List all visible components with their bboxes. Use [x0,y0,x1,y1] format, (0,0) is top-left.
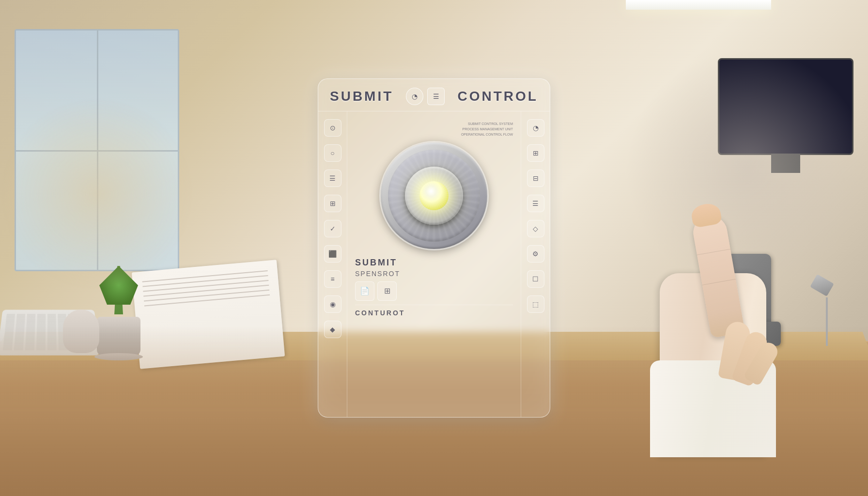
grid-bottom-icon[interactable]: ⊞ [377,281,397,301]
menu-header-icon[interactable]: ☰ [427,88,445,105]
sidebar-icon-filter[interactable]: ⊟ [527,170,544,187]
sidebar-icon-image[interactable]: ⬛ [324,245,341,263]
sidebar-icon-circle[interactable]: ○ [324,144,341,162]
sidebar-icon-document[interactable]: ☰ [324,170,341,187]
fingertip [690,202,722,228]
sidebar-icon-helm[interactable]: ⚙ [527,245,544,263]
dial-center-button[interactable] [419,181,449,210]
doc-bottom-icon[interactable]: 📄 [355,281,374,301]
sidebar-icon-dial[interactable]: ◉ [324,295,341,313]
panel-header: SUBMIT ◔ ☰ CONTROL [318,79,550,111]
dial-outer-ring[interactable] [381,142,487,249]
sidebar-icon-grid[interactable]: ⊞ [527,144,544,162]
desk-lamp [820,278,834,346]
dial-middle-ring[interactable] [388,150,480,242]
hand-finger-pressing [587,157,790,457]
control-bottom-label: CONTUROT [355,305,513,317]
small-icons-row: 📄 ⊞ [355,281,513,301]
panel-body: ⊙ ○ ☰ ⊞ ✓ ⬛ ≡ ◉ ◆ SUBMIT CONTROL SYSTEM … [318,111,550,417]
gauge-header-icon[interactable]: ◔ [406,88,423,105]
sidebar-icon-list[interactable]: ≡ [324,270,341,288]
main-dial-container[interactable] [381,142,487,249]
sponsor-label: SPENSROT [355,270,513,278]
right-sidebar: ◔ ⊞ ⊟ ☰ ◇ ⚙ ☐ ⬚ [521,111,550,417]
header-title-submit: SUBMIT [330,89,393,104]
dial-inner-ring[interactable] [405,167,463,225]
header-icons-right: ◔ ☰ [406,88,445,105]
sidebar-icon-target[interactable]: ⊙ [324,119,341,137]
sidebar-icon-clock[interactable]: ◔ [527,119,544,137]
sidebar-icon-check[interactable]: ✓ [324,220,341,237]
sidebar-icon-doc-r[interactable]: ☐ [527,270,544,288]
info-text-line3: OPERATIONAL CONTROL FLOW [461,133,513,136]
bottom-info: SUBMIT SPENSROT 📄 ⊞ CONTUROT [355,254,513,321]
sidebar-icon-layers[interactable]: ⊞ [324,195,341,212]
sidebar-icon-list-r[interactable]: ☰ [527,195,544,212]
glass-ui-panel: SUBMIT ◔ ☰ CONTROL ⊙ ○ ☰ ⊞ ✓ ⬛ ≡ ◉ ◆ SUB… [318,78,550,418]
ceiling-light [626,0,771,10]
ambient-light-left [0,97,194,291]
left-sidebar: ⊙ ○ ☰ ⊞ ✓ ⬛ ≡ ◉ ◆ [318,111,347,417]
sidebar-icon-folder[interactable]: ⬚ [527,295,544,313]
info-text-line2: PROCESS MANAGEMENT UNIT [463,127,513,131]
submit-label: SUBMIT [355,258,513,268]
sidebar-icon-diamond[interactable]: ◇ [527,220,544,237]
center-content: SUBMIT CONTROL SYSTEM PROCESS MANAGEMENT… [347,111,521,417]
sidebar-icon-drop[interactable]: ◆ [324,321,341,338]
info-text-line1: SUBMIT CONTROL SYSTEM [468,122,513,125]
header-title-control: CONTROL [458,89,538,104]
info-text-top: SUBMIT CONTROL SYSTEM PROCESS MANAGEMENT… [461,121,513,138]
